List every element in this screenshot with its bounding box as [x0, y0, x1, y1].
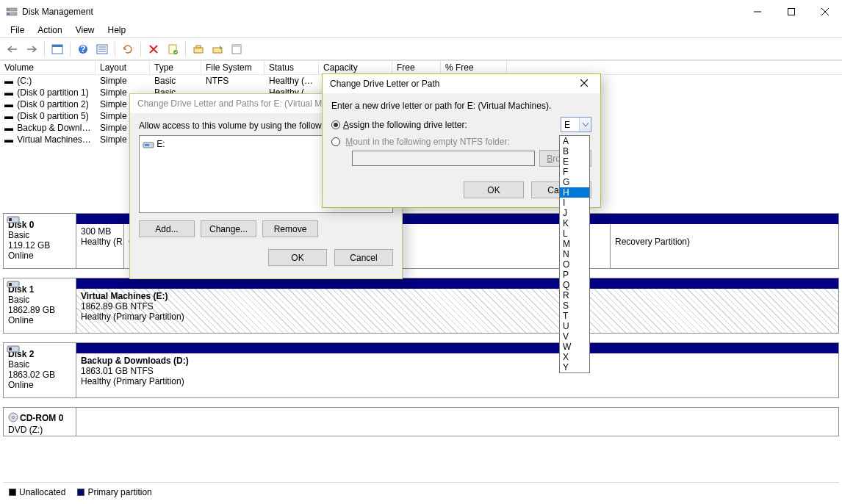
dialog2-instruction: Enter a new drive letter or path for E: …	[331, 101, 591, 111]
dropdown-option[interactable]: H	[560, 187, 589, 198]
partition[interactable]: Backup & Downloads (D:)1863.01 GB NTFSHe…	[76, 353, 838, 397]
partition[interactable]: Virtual Machines (E:)1862.89 GB NTFSHeal…	[76, 289, 838, 333]
cdrom-row: CD-ROM 0DVD (Z:)	[3, 407, 839, 436]
mount-path-input	[352, 151, 535, 166]
dropdown-option[interactable]: F	[560, 167, 589, 177]
svg-point-11	[173, 50, 178, 54]
menu-view[interactable]: View	[70, 24, 101, 37]
col-pctfree[interactable]: % Free	[441, 60, 507, 74]
cdrom-icon	[8, 412, 20, 425]
dropdown-option[interactable]: Y	[560, 362, 589, 372]
menu-file[interactable]: File	[4, 24, 30, 37]
disk-map: Disk 0Basic119.12 GBOnline300 MBHealthy …	[3, 213, 839, 479]
radio-assign-label[interactable]: Assign the following drive letter:	[343, 120, 467, 130]
svg-rect-13	[196, 46, 201, 48]
dropdown-option[interactable]: T	[560, 311, 589, 321]
dropdown-option[interactable]: K	[560, 218, 589, 228]
col-layout[interactable]: Layout	[96, 60, 150, 74]
col-type[interactable]: Type	[150, 60, 201, 74]
dropdown-option[interactable]: O	[560, 259, 589, 270]
toolbar: ?	[0, 38, 842, 60]
legend-primary: Primary partition	[87, 487, 151, 497]
svg-rect-2	[7, 9, 10, 10]
svg-rect-20	[9, 283, 12, 286]
change-button[interactable]: Change...	[201, 220, 256, 237]
svg-rect-26	[145, 144, 149, 146]
dropdown-option[interactable]: B	[560, 146, 589, 156]
col-status[interactable]: Status	[265, 60, 319, 74]
close-button[interactable]	[808, 0, 842, 23]
disk-info-panel[interactable]: Disk 0Basic119.12 GBOnline	[3, 213, 76, 269]
help-button[interactable]: ?	[75, 41, 91, 57]
app-icon	[6, 6, 18, 18]
dialog2-title: Change Drive Letter or Path	[330, 79, 439, 89]
maximize-button[interactable]	[774, 0, 808, 23]
partition[interactable]: Recovery Partition)	[611, 224, 838, 268]
disk-info-panel[interactable]: Disk 2Basic1863.02 GBOnline	[3, 342, 76, 398]
dropdown-option[interactable]: U	[560, 321, 589, 331]
properties-button[interactable]	[165, 41, 181, 57]
radio-mount-label[interactable]: Mount in the following empty NTFS folder…	[345, 137, 509, 147]
add-button[interactable]: Add...	[139, 220, 195, 237]
dialog1-cancel-button[interactable]: Cancel	[334, 249, 393, 266]
volume-action-1-button[interactable]	[190, 41, 206, 57]
col-volume[interactable]: Volume	[0, 60, 96, 74]
disk-row: Disk 1Basic1862.89 GBOnlineVirtual Machi…	[3, 278, 839, 334]
back-button[interactable]	[4, 41, 21, 57]
drive-letter-combo[interactable]: E	[561, 117, 591, 132]
svg-rect-22	[9, 348, 12, 350]
dropdown-option[interactable]: A	[560, 136, 589, 146]
show-hide-tree-button[interactable]	[49, 41, 65, 57]
col-fs[interactable]: File System	[201, 60, 265, 74]
radio-assign-letter[interactable]	[331, 120, 340, 129]
col-freespace[interactable]: Free Spa...	[392, 60, 441, 74]
svg-point-24	[12, 417, 15, 419]
dropdown-option[interactable]: N	[560, 249, 589, 259]
dialog1-ok-button[interactable]: OK	[268, 249, 327, 266]
menu-action[interactable]: Action	[32, 24, 68, 37]
remove-button[interactable]: Remove	[262, 220, 318, 237]
disk-info-panel[interactable]: Disk 1Basic1862.89 GBOnline	[3, 278, 76, 334]
svg-rect-6	[52, 45, 62, 47]
dropdown-option[interactable]: W	[560, 342, 589, 352]
disk-row: Disk 0Basic119.12 GBOnline300 MBHealthy …	[3, 213, 839, 269]
drive-letter-dropdown[interactable]: ABEFGHIJKLMNOPQRSTUVWXY	[559, 135, 590, 373]
col-capacity[interactable]: Capacity	[319, 60, 392, 74]
dropdown-option[interactable]: L	[560, 228, 589, 239]
dropdown-option[interactable]: E	[560, 156, 589, 167]
legend-unallocated: Unallocated	[19, 487, 65, 497]
cdrom-info-panel[interactable]: CD-ROM 0DVD (Z:)	[3, 407, 76, 436]
svg-rect-3	[7, 13, 10, 15]
partition[interactable]: 300 MBHealthy (R	[76, 224, 124, 268]
action-list-button[interactable]	[94, 41, 110, 57]
dropdown-option[interactable]: P	[560, 270, 589, 280]
minimize-button[interactable]	[741, 0, 774, 23]
svg-rect-12	[194, 48, 203, 53]
dropdown-option[interactable]: I	[560, 198, 589, 208]
svg-rect-4	[788, 8, 795, 15]
dropdown-option[interactable]: R	[560, 290, 589, 300]
forward-button[interactable]	[24, 41, 40, 57]
chevron-down-icon	[579, 118, 591, 132]
volume-action-3-button[interactable]	[229, 41, 245, 57]
svg-text:?: ?	[80, 44, 85, 54]
dropdown-option[interactable]: X	[560, 352, 589, 362]
refresh-button[interactable]	[120, 41, 136, 57]
delete-button[interactable]	[145, 41, 162, 57]
volume-action-2-button[interactable]	[209, 41, 226, 57]
volume-list-header: Volume Layout Type File System Status Ca…	[0, 60, 842, 75]
menu-help[interactable]: Help	[102, 24, 132, 37]
dropdown-option[interactable]: J	[560, 208, 589, 218]
dropdown-option[interactable]: S	[560, 300, 589, 311]
window-titlebar: Disk Management	[0, 0, 842, 23]
dialog2-close-button[interactable]	[575, 79, 593, 89]
dropdown-option[interactable]: Q	[560, 280, 589, 290]
dropdown-option[interactable]: G	[560, 177, 589, 187]
radio-mount-folder[interactable]	[331, 137, 340, 146]
dropdown-option[interactable]: M	[560, 239, 589, 249]
dialog2-ok-button[interactable]: OK	[464, 181, 524, 198]
menubar: File Action View Help	[0, 23, 842, 38]
dropdown-option[interactable]: V	[560, 331, 589, 342]
disk-row: Disk 2Basic1863.02 GBOnlineBackup & Down…	[3, 342, 839, 398]
svg-rect-16	[232, 45, 241, 47]
